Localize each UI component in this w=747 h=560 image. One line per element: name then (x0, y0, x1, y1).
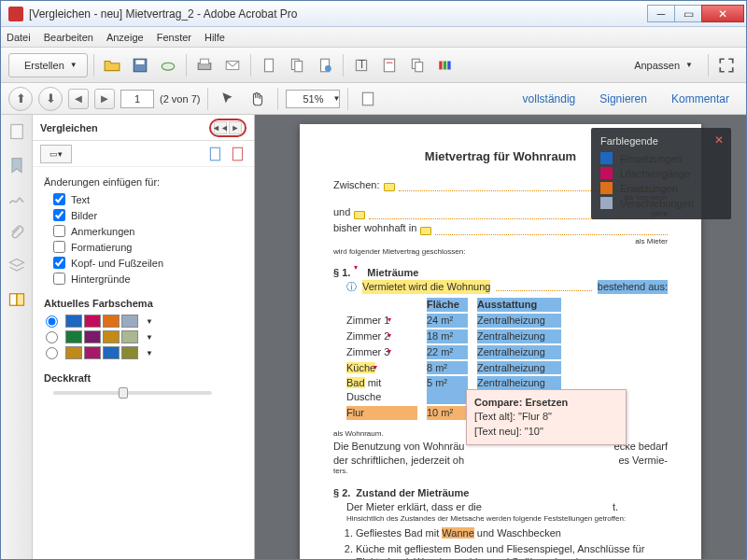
menu-window[interactable]: Fenster (157, 32, 191, 43)
panel-first-button[interactable]: ◄◄ (214, 121, 227, 134)
page-next-button[interactable]: ► (94, 89, 115, 109)
tooltip-old: [Text alt]: "Flur 8" (474, 411, 552, 422)
svg-rect-23 (10, 125, 22, 139)
page-up-button[interactable]: ⬆ (8, 87, 33, 111)
panel-doc1-icon[interactable] (207, 146, 224, 162)
cb-bg[interactable]: Hintergründe (53, 273, 243, 285)
main-toolbar: Erstellen▼ T Anpassen ▼ (1, 48, 746, 83)
svg-rect-19 (439, 61, 442, 69)
svg-rect-3 (135, 60, 144, 64)
legend-del-swatch (600, 167, 613, 179)
customize-button[interactable]: Anpassen ▼ (625, 53, 702, 77)
svg-rect-21 (447, 61, 450, 69)
attach-icon[interactable] (7, 223, 26, 242)
annotation-icon[interactable] (384, 183, 395, 191)
open-button[interactable] (100, 53, 124, 77)
document-area[interactable]: Mietvertrag für Wohnraum Zwischen: als V… (255, 115, 746, 559)
cb-format[interactable]: Formatierung (53, 241, 243, 253)
svg-rect-27 (233, 147, 242, 161)
svg-rect-18 (415, 62, 422, 71)
legend-mov-swatch (600, 197, 613, 209)
scheme-1[interactable]: ▼ (44, 315, 243, 328)
annotation-icon[interactable] (420, 227, 431, 235)
compare-panel: Vergleichen ◄◄ ► ▭▾ Änderungen einfügen … (33, 115, 255, 559)
page-down-button[interactable]: ⬇ (38, 87, 63, 111)
legend-close-icon[interactable]: ✕ (714, 133, 724, 147)
fit-button[interactable] (356, 87, 380, 111)
svg-text:T: T (358, 58, 365, 71)
tooltip-title: Compare: Ersetzen (474, 397, 568, 408)
scheme-3[interactable]: ▼ (44, 346, 243, 359)
svg-rect-22 (363, 92, 374, 105)
fullscreen-button[interactable] (714, 53, 739, 77)
panel-doc2-icon[interactable] (230, 146, 247, 162)
minimize-button[interactable]: ─ (647, 5, 675, 22)
doc2-button[interactable] (285, 53, 309, 77)
layers-icon[interactable] (7, 257, 26, 275)
customize-label: Anpassen (634, 60, 680, 71)
panel-next-button[interactable]: ► (229, 121, 242, 134)
app-icon (8, 7, 23, 21)
select-tool[interactable] (216, 87, 240, 111)
svg-point-12 (325, 65, 331, 72)
nav-toolbar: ⬆ ⬇ ◄ ► (2 von 7) ▼ vollständig Signiere… (1, 83, 746, 115)
menu-view[interactable]: Anzeige (106, 32, 144, 43)
cb-headfoot[interactable]: Kopf- und Fußzeilen (53, 257, 243, 269)
menu-edit[interactable]: Bearbeiten (44, 32, 93, 43)
legend-rep-swatch (600, 182, 613, 194)
svg-rect-15 (384, 59, 394, 72)
menu-help[interactable]: Hilfe (204, 32, 225, 43)
svg-rect-6 (200, 59, 208, 64)
opacity-label: Deckkraft (44, 372, 243, 384)
legend-title: Farblegende (600, 135, 722, 147)
svg-rect-8 (264, 59, 273, 72)
cloud-button[interactable] (156, 53, 180, 77)
create-button[interactable]: Erstellen▼ (8, 53, 88, 77)
compare-nav-icon[interactable] (7, 290, 26, 309)
compare-tooltip: Compare: Ersetzen [Text alt]: "Flur 8" [… (466, 389, 627, 445)
page-number-input[interactable] (120, 90, 154, 108)
copy-button[interactable] (405, 53, 430, 77)
svg-rect-10 (294, 61, 302, 71)
tooltip-new: [Text neu]: "10" (474, 426, 543, 437)
cb-annot[interactable]: Anmerkungen (53, 225, 243, 237)
pages-icon[interactable] (7, 122, 26, 141)
annotation-icon[interactable] (354, 211, 365, 219)
svg-rect-26 (210, 147, 219, 161)
panel-nav-highlight: ◄◄ ► (209, 119, 247, 137)
mail-button[interactable] (220, 53, 245, 77)
close-button[interactable]: ✕ (701, 5, 744, 22)
signature-nav-icon[interactable] (7, 189, 26, 208)
page-total-label: (2 von 7) (160, 93, 200, 105)
save-button[interactable] (128, 53, 152, 77)
page-prev-button[interactable]: ◄ (68, 89, 89, 109)
zoom-input[interactable] (286, 90, 340, 108)
svg-rect-16 (386, 62, 392, 63)
menu-file[interactable]: Datei (7, 32, 31, 43)
cb-images[interactable]: Bilder (53, 209, 243, 221)
full-link[interactable]: vollständig (514, 92, 585, 105)
panel-view-dropdown[interactable]: ▭▾ (40, 145, 72, 163)
cb-text[interactable]: Text (53, 193, 243, 205)
nav-strip (1, 115, 33, 559)
form-button[interactable] (377, 53, 402, 77)
menubar: Datei Bearbeiten Anzeige Fenster Hilfe (1, 27, 746, 48)
scheme-2[interactable]: ▼ (44, 330, 243, 343)
print-button[interactable] (192, 53, 217, 77)
color-button[interactable] (433, 53, 458, 77)
doc1-button[interactable] (257, 53, 281, 77)
hand-tool[interactable] (246, 87, 270, 111)
maximize-button[interactable]: ▭ (674, 5, 702, 22)
svg-rect-24 (9, 294, 17, 306)
doc3-button[interactable] (313, 53, 337, 77)
titlebar: [Vergleichen - neu] Mietvertrag_2 - Adob… (1, 1, 746, 27)
ocr-button[interactable]: T (349, 53, 374, 77)
comment-link[interactable]: Kommentar (662, 92, 739, 105)
opacity-slider[interactable] (53, 391, 212, 395)
svg-point-4 (162, 63, 175, 70)
bookmark-icon[interactable] (7, 156, 26, 175)
sign-link[interactable]: Signieren (590, 92, 656, 105)
insert-changes-label: Änderungen einfügen für: (44, 176, 243, 188)
svg-rect-20 (443, 61, 445, 69)
window-title: [Vergleichen - neu] Mietvertrag_2 - Adob… (29, 7, 648, 21)
